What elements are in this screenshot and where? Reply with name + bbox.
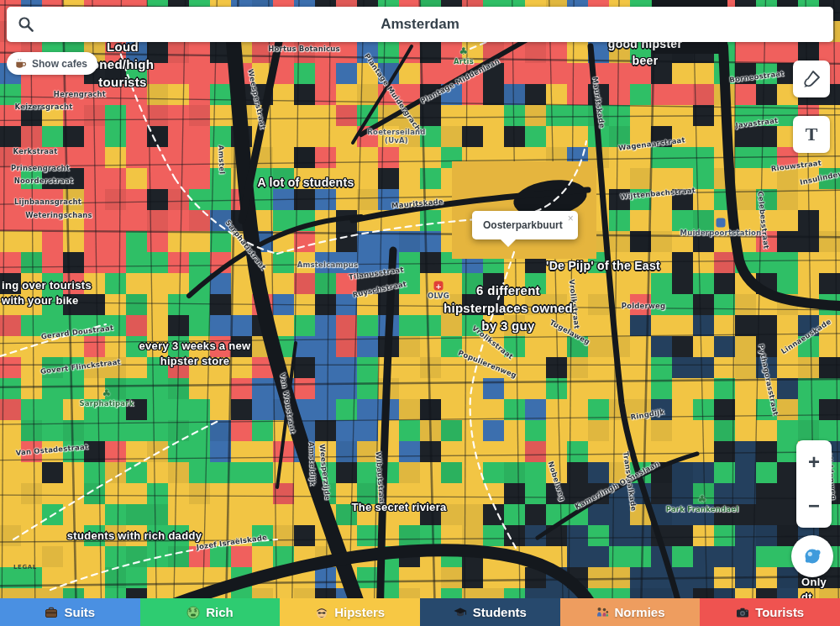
briefcase-icon [45, 606, 58, 619]
legend-label: Rich [206, 605, 234, 619]
map-annotation[interactable]: Loud oned/high tourists [92, 38, 154, 91]
text-tool-icon: T [806, 124, 818, 145]
svg-text:$: $ [194, 608, 197, 613]
map-annotation[interactable]: 6 different hipsterplaces owned by 3 guy [444, 281, 573, 334]
city-search-bar[interactable]: Amsterdam [7, 7, 833, 42]
map-annotation[interactable]: 'De Pijp' of the East [546, 258, 660, 275]
map-annotation[interactable]: A lot of students [257, 175, 354, 192]
popup-close-icon[interactable]: × [568, 213, 574, 224]
legend-label: Suits [64, 605, 95, 619]
legend-label: Normies [615, 605, 665, 619]
show-cafes-label: Show cafes [32, 58, 87, 70]
legend-label: Hipsters [334, 605, 385, 619]
legal-link[interactable]: LEGAL [13, 564, 37, 571]
svg-text:$: $ [189, 608, 192, 613]
hoodmaps-app: HerengrachtKeizersgrachtKerkstraatPrinse… [0, 0, 840, 626]
text-tool-button[interactable]: T [793, 116, 830, 153]
neighborhood-popup-title: Oosterparkbuurt [483, 219, 563, 231]
legend-item-students[interactable]: Students [420, 598, 560, 626]
zoom-in-button[interactable]: + [796, 440, 832, 484]
legend-item-tourists[interactable]: Tourists [700, 598, 840, 626]
map-annotation[interactable]: students with rich daddy [67, 529, 202, 544]
map-annotation[interactable]: every 3 weeks a new hipster store [139, 339, 251, 369]
legend-item-normies[interactable]: Normies [560, 598, 701, 626]
zoom-out-button[interactable]: − [796, 484, 832, 528]
legend-label: Students [473, 605, 527, 619]
map-annotation[interactable]: The secret riviera [351, 500, 446, 515]
map-annotation[interactable]: ing over tourists with your bike [2, 278, 92, 308]
graduation-cap-icon [454, 606, 467, 619]
legend-item-hipsters[interactable]: Hipsters [280, 598, 420, 626]
paint-blob-icon [801, 544, 824, 568]
money-face-icon: $$ [186, 606, 200, 619]
family-icon [596, 606, 609, 619]
neighborhood-popup: Oosterparkbuurt × [472, 211, 578, 239]
hipster-face-icon [315, 606, 328, 619]
legend-item-rich[interactable]: $$Rich [140, 598, 281, 626]
paint-tool-button[interactable] [793, 60, 830, 97]
camera-icon [736, 606, 749, 619]
coffee-icon [14, 57, 27, 70]
show-cafes-button[interactable]: Show cafes [7, 52, 97, 75]
city-title: Amsterdam [7, 16, 833, 33]
paintbrush-icon [801, 69, 822, 89]
paint-mode-button[interactable] [791, 535, 833, 577]
legend-bar: Suits$$RichHipstersStudentsNormiesTouris… [0, 598, 840, 626]
legend-item-suits[interactable]: Suits [0, 598, 140, 626]
zoom-control: + − [796, 440, 832, 528]
legend-label: Tourists [755, 605, 804, 619]
